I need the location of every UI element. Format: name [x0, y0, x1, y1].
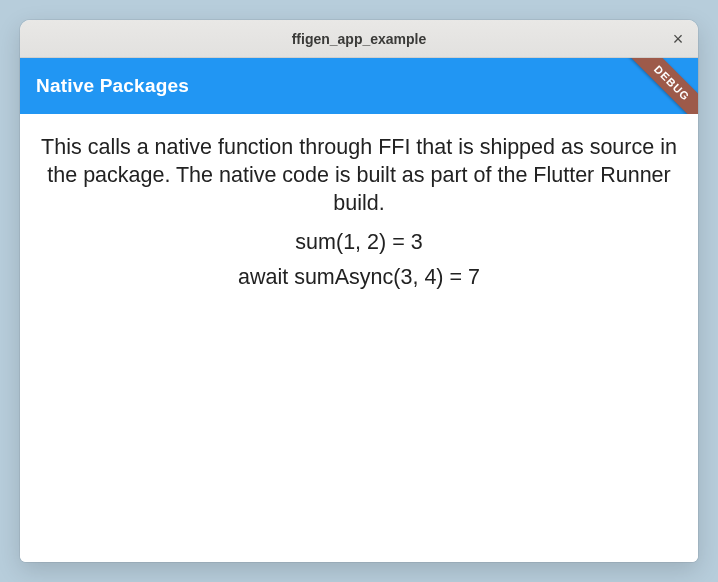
debug-banner-label: DEBUG	[622, 58, 698, 114]
appbar-title: Native Packages	[36, 75, 189, 97]
sum-result-text: sum(1, 2) = 3	[295, 230, 422, 255]
titlebar: ffigen_app_example ×	[20, 20, 698, 58]
close-icon[interactable]: ×	[668, 29, 688, 49]
appbar: Native Packages DEBUG	[20, 58, 698, 114]
window-title: ffigen_app_example	[292, 31, 427, 47]
description-text: This calls a native function through FFI…	[40, 134, 678, 218]
sum-async-result-text: await sumAsync(3, 4) = 7	[238, 265, 480, 290]
debug-banner: DEBUG	[598, 58, 698, 114]
content-area: This calls a native function through FFI…	[20, 114, 698, 562]
app-window: ffigen_app_example × Native Packages DEB…	[20, 20, 698, 562]
